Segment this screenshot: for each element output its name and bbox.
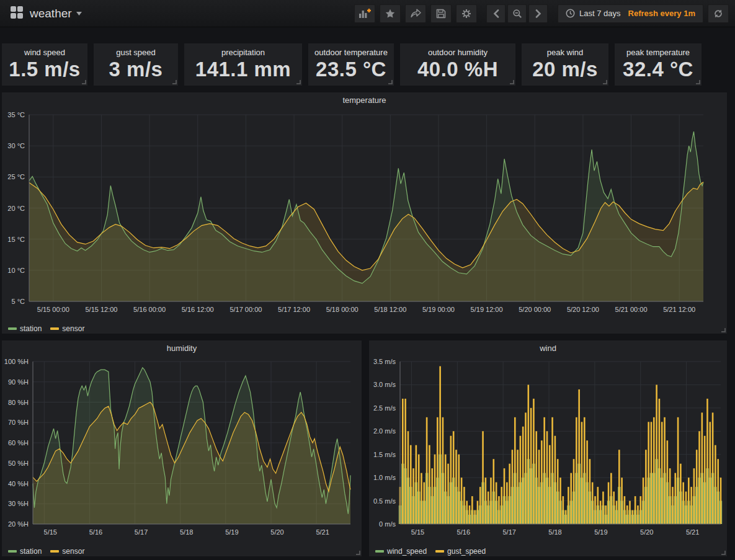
temperature-panel: temperature 5 °C10 °C15 °C20 °C25 °C30 °… bbox=[2, 92, 727, 334]
share-button[interactable] bbox=[405, 4, 426, 23]
x-tick-label: 5/19 bbox=[225, 528, 238, 536]
legend-item-wind_speed[interactable]: wind_speed bbox=[375, 547, 427, 556]
legend-item-station[interactable]: station bbox=[8, 547, 42, 556]
time-range-picker[interactable]: Last 7 days Refresh every 1m bbox=[558, 4, 703, 23]
time-shift-back-button[interactable] bbox=[486, 4, 506, 23]
y-tick-label: 80 %H bbox=[8, 399, 29, 406]
panel-resize-handle[interactable] bbox=[603, 80, 607, 84]
humidity-chart[interactable]: 20 %H30 %H40 %H50 %H60 %H70 %H80 %H90 %H… bbox=[2, 357, 362, 541]
y-tick-label: 20 %H bbox=[8, 520, 29, 528]
legend-swatch bbox=[50, 550, 59, 553]
x-tick-label: 5/17 12:00 bbox=[278, 306, 310, 313]
wind-chart[interactable]: 0 m/s0.5 m/s1.0 m/s1.5 m/s2.0 m/s2.5 m/s… bbox=[369, 357, 727, 541]
panel-resize-handle[interactable] bbox=[82, 80, 86, 84]
refresh-interval-label: Refresh every 1m bbox=[628, 9, 695, 18]
panel-title-wind[interactable]: wind bbox=[369, 340, 727, 357]
stat-title[interactable]: wind speed bbox=[2, 43, 87, 57]
panel-resize-handle[interactable] bbox=[388, 80, 393, 84]
y-tick-label: 2.5 m/s bbox=[373, 404, 396, 412]
stat-title[interactable]: outdoor temperature bbox=[308, 43, 394, 57]
stat-title[interactable]: peak wind bbox=[522, 43, 608, 57]
temperature-chart[interactable]: 5 °C10 °C15 °C20 °C25 °C30 °C35 °C5/15 0… bbox=[2, 109, 727, 319]
panel-resize-handle[interactable] bbox=[172, 80, 177, 84]
stat-value: 20 m/s bbox=[522, 58, 608, 81]
x-tick-label: 5/17 bbox=[502, 528, 515, 536]
y-tick-label: 30 %H bbox=[8, 500, 29, 507]
panel-title-humidity[interactable]: humidity bbox=[2, 340, 362, 357]
legend-swatch bbox=[435, 550, 444, 553]
legend-item-station[interactable]: station bbox=[8, 324, 42, 333]
legend-swatch bbox=[375, 550, 384, 553]
y-tick-label: 35 °C bbox=[7, 111, 25, 118]
legend-label: sensor bbox=[62, 324, 84, 333]
zoom-out-icon bbox=[512, 9, 522, 19]
stat-title[interactable]: outdoor humidity bbox=[400, 43, 515, 57]
settings-button[interactable] bbox=[456, 4, 477, 23]
stat-value: 32.4 °C bbox=[615, 58, 702, 81]
stat-panel-outdoor-temperature: outdoor temperature 23.5 °C bbox=[308, 43, 394, 86]
x-tick-label: 5/20 bbox=[270, 528, 283, 536]
save-button[interactable] bbox=[430, 4, 452, 23]
dashboard-title-dropdown[interactable]: weather bbox=[30, 7, 82, 20]
x-tick-label: 5/18 bbox=[548, 528, 561, 536]
panel-resize-handle[interactable] bbox=[356, 551, 360, 555]
x-tick-label: 5/19 bbox=[594, 528, 607, 536]
time-shift-forward-button[interactable] bbox=[528, 4, 548, 23]
panel-resize-handle[interactable] bbox=[510, 80, 514, 84]
star-button[interactable] bbox=[380, 4, 401, 23]
stat-value: 3 m/s bbox=[94, 58, 178, 81]
stat-panel-wind-speed: wind speed 1.5 m/s bbox=[2, 43, 87, 86]
legend-item-gust_speed[interactable]: gust_speed bbox=[435, 547, 486, 556]
legend-item-sensor[interactable]: sensor bbox=[50, 324, 84, 333]
y-tick-label: 5 °C bbox=[11, 298, 25, 305]
stat-panel-precipitation: precipitation 141.1 mm bbox=[184, 43, 302, 86]
y-tick-label: 2.0 m/s bbox=[373, 427, 396, 435]
x-tick-label: 5/18 12:00 bbox=[374, 306, 406, 313]
chevron-right-icon bbox=[535, 9, 541, 18]
add-panel-button[interactable] bbox=[354, 4, 375, 23]
stat-title[interactable]: precipitation bbox=[184, 43, 302, 57]
stat-title[interactable]: peak temperature bbox=[615, 43, 702, 57]
x-tick-label: 5/16 12:00 bbox=[182, 306, 214, 313]
legend-item-sensor[interactable]: sensor bbox=[50, 547, 84, 556]
panel-resize-handle[interactable] bbox=[721, 328, 726, 332]
x-tick-label: 5/15 bbox=[44, 528, 57, 536]
y-tick-label: 50 %H bbox=[8, 460, 29, 467]
x-tick-label: 5/15 bbox=[411, 528, 424, 536]
x-tick-label: 5/17 00:00 bbox=[229, 306, 262, 313]
y-tick-label: 40 %H bbox=[8, 480, 29, 487]
x-tick-label: 5/18 00:00 bbox=[326, 306, 359, 313]
chart-legend: stationsensor bbox=[2, 321, 727, 336]
stat-value: 40.0 %H bbox=[400, 58, 515, 81]
refresh-button[interactable] bbox=[708, 4, 729, 23]
stat-panel-outdoor-humidity: outdoor humidity 40.0 %H bbox=[400, 43, 515, 86]
share-icon bbox=[411, 9, 421, 19]
panel-resize-handle[interactable] bbox=[296, 80, 301, 84]
navbar: weather bbox=[0, 0, 735, 27]
y-tick-label: 1.5 m/s bbox=[373, 451, 396, 458]
x-tick-label: 5/21 00:00 bbox=[615, 306, 648, 313]
panel-title-temperature[interactable]: temperature bbox=[2, 92, 727, 109]
dashboard-title: weather bbox=[30, 7, 72, 20]
caret-down-icon bbox=[76, 12, 82, 16]
stat-panel-peak-temperature: peak temperature 32.4 °C bbox=[615, 43, 702, 86]
x-tick-label: 5/20 12:00 bbox=[567, 306, 599, 313]
panel-resize-handle[interactable] bbox=[721, 551, 726, 555]
x-tick-label: 5/20 bbox=[640, 528, 653, 536]
y-tick-label: 100 %H bbox=[4, 358, 29, 365]
y-tick-label: 70 %H bbox=[8, 419, 29, 426]
dashboards-grid-icon[interactable] bbox=[10, 6, 24, 22]
panel-resize-handle[interactable] bbox=[696, 80, 700, 84]
x-tick-label: 5/21 bbox=[686, 528, 699, 536]
star-icon bbox=[385, 9, 395, 19]
gear-icon bbox=[461, 9, 471, 19]
zoom-out-button[interactable] bbox=[507, 4, 527, 23]
y-tick-label: 90 %H bbox=[8, 378, 29, 386]
y-tick-label: 25 °C bbox=[7, 173, 25, 180]
wind-panel: wind 0 m/s0.5 m/s1.0 m/s1.5 m/s2.0 m/s2.… bbox=[369, 340, 727, 556]
y-tick-label: 30 °C bbox=[7, 142, 25, 149]
stat-value: 23.5 °C bbox=[308, 58, 394, 81]
y-tick-label: 0.5 m/s bbox=[373, 497, 396, 505]
y-tick-label: 3.5 m/s bbox=[373, 358, 396, 365]
stat-title[interactable]: gust speed bbox=[94, 43, 178, 57]
